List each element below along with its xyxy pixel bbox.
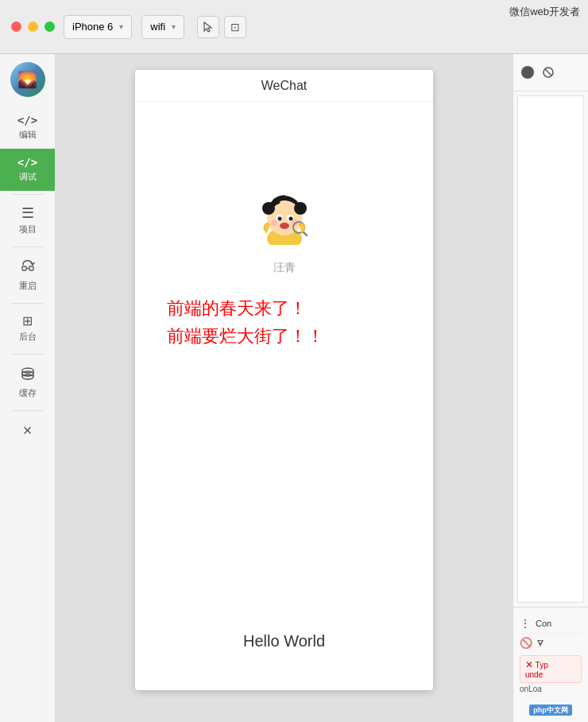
error-type: Typ [536,661,548,670]
avatar-emoji: 🌄 [17,70,37,89]
svg-point-18 [288,217,292,221]
svg-point-17 [277,217,281,221]
menu-icon[interactable]: ⋮ [520,617,531,630]
user-avatar-image [253,181,316,245]
dot-icon [521,66,534,79]
network-arrow-icon: ▾ [172,22,176,31]
right-panel-top [513,54,588,91]
sidebar-item-restart[interactable]: 重启 [0,250,55,300]
restart-icon [20,258,36,277]
divider-2 [11,246,44,247]
main-layout: 🌄 </> 编辑 </> 调试 ☰ 项目 [0,54,588,722]
sidebar-item-debug[interactable]: </> 调试 [0,149,55,191]
close-button[interactable] [11,21,21,32]
right-panel: ⋮ Con 🚫 ⛛ ✕ Typ unde onLoa php中文网 [513,54,588,722]
edit-label: 编辑 [19,129,37,141]
close-icon: × [23,422,33,438]
no-icon [542,66,555,79]
maximize-button[interactable] [44,21,55,32]
php-badge-text: php中文网 [529,705,572,716]
right-panel-bottom: ⋮ Con 🚫 ⛛ ✕ Typ unde onLoa php中文网 [513,607,588,722]
project-label: 项目 [19,223,37,235]
message-line2: 前端要烂大街了！！ [167,322,417,350]
sidebar: 🌄 </> 编辑 </> 调试 ☰ 项目 [0,54,56,722]
device-name: iPhone 6 [72,21,113,33]
network-name: wifi [150,21,165,33]
console-toolbar: ⋮ Con [520,614,582,634]
device-arrow-icon: ▾ [119,22,123,31]
restart-label: 重启 [19,280,37,292]
cache-label: 缓存 [19,387,37,399]
backend-icon: ⊞ [22,315,33,328]
svg-line-25 [545,69,551,76]
titlebar: iPhone 6 ▾ wifi ▾ ⊡ 微信web开发者 [0,0,588,54]
minimize-button[interactable] [28,21,38,32]
sidebar-item-project[interactable]: ☰ 项目 [0,198,55,243]
right-panel-white-area [517,95,584,603]
svg-point-14 [294,202,307,215]
sidebar-item-backend[interactable]: ⊞ 后台 [0,307,55,351]
message-content: 前端的春天来了！ 前端要烂大街了！！ [151,294,417,350]
divider-4 [11,354,44,355]
svg-point-9 [22,375,33,379]
svg-rect-1 [29,266,33,270]
divider-5 [11,410,44,411]
debug-code-icon: </> [17,157,37,168]
backend-label: 后台 [19,331,37,343]
cursor-icon [202,21,215,33]
content-area: WeChat [56,54,588,722]
php-badge: php中文网 [520,701,582,716]
network-selector[interactable]: wifi ▾ [141,15,184,39]
svg-rect-0 [22,266,26,270]
phone-content: 汪青 前端的春天来了！ 前端要烂大街了！！ Hello World [135,102,433,690]
project-icon: ☰ [21,206,34,220]
sidebar-item-edit[interactable]: </> 编辑 [0,107,55,149]
debug-label: 调试 [19,171,37,183]
inspect-icon: ⊡ [230,21,240,33]
block-filter-icon[interactable]: 🚫 [520,637,532,649]
error-icon: ✕ [525,659,533,670]
phone-statusbar: WeChat [135,70,433,102]
device-selector[interactable]: iPhone 6 ▾ [64,15,132,39]
sidebar-item-cache[interactable]: 缓存 [0,358,55,407]
titlebar-controls: iPhone 6 ▾ wifi ▾ ⊡ [64,0,246,53]
sidebar-item-close[interactable]: × [0,414,55,446]
cache-icon [20,366,36,384]
message-line1: 前端的春天来了！ [167,294,417,322]
app-title: 微信web开发者 [509,5,580,19]
svg-point-13 [262,202,275,215]
divider-3 [11,303,44,304]
edit-code-icon: </> [17,115,37,126]
phone-frame: WeChat [135,70,433,690]
phone-title: WeChat [261,79,308,93]
username-label: 汪青 [273,261,296,275]
footer-text: Hello World [243,632,325,674]
window-controls [0,21,55,32]
phone-simulator: WeChat [56,54,513,722]
filter-row: 🚫 ⛛ [520,634,582,652]
cursor-tool-button[interactable] [197,16,219,38]
svg-point-19 [271,219,277,226]
console-label: Con [536,617,551,630]
avatar[interactable]: 🌄 [10,62,45,97]
error-detail: unde [525,670,543,679]
onload-text: onLoa [520,683,582,695]
funnel-filter-icon[interactable]: ⛛ [536,637,546,649]
divider-1 [11,194,44,195]
inspect-tool-button[interactable]: ⊡ [224,16,246,38]
user-avatar-container [253,181,316,248]
error-row: ✕ Typ unde [520,655,582,683]
